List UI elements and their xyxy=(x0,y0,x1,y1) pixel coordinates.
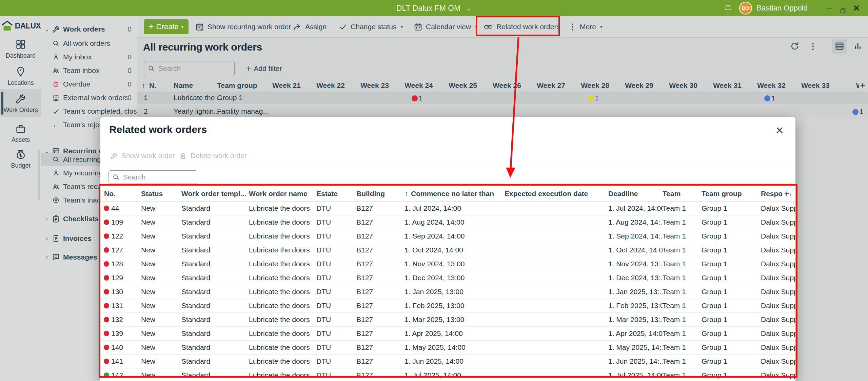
modal-table-row[interactable]: 44 New Standard Lubricate the doors DTU … xyxy=(100,202,795,215)
col-deadline[interactable]: Deadline xyxy=(608,190,663,198)
rail-item-assets[interactable]: Assets xyxy=(0,120,41,146)
sidebar-group-work-orders[interactable]: ⌄ Work orders 0 xyxy=(41,22,137,36)
avatar[interactable]: BO xyxy=(739,2,752,15)
dalux-logo[interactable]: DALUX xyxy=(0,20,41,32)
window-close-button[interactable]: ✕ xyxy=(850,0,863,16)
show-recurring-button[interactable]: Show recurring work order xyxy=(195,16,291,37)
list-view-toggle[interactable] xyxy=(832,39,847,54)
page-title: All recurring work orders xyxy=(143,41,262,53)
delete-work-order-button[interactable]: Delete work order xyxy=(179,149,247,163)
modal-table-row[interactable]: 132 New Standard Lubricate the doors DTU… xyxy=(100,313,795,327)
col-team-group[interactable]: Team group xyxy=(702,190,761,198)
kebab-menu-icon[interactable]: ⋮ xyxy=(806,39,821,54)
add-column-icon[interactable]: + xyxy=(783,189,790,199)
col-responsible[interactable]: Respons xyxy=(761,190,795,198)
col-estate[interactable]: Estate xyxy=(316,190,356,198)
col-commence[interactable]: ↑ Commence no later than xyxy=(405,190,505,198)
window-restore-button[interactable] xyxy=(836,3,850,14)
modal-table-row[interactable]: 127 New Standard Lubricate the doors DTU… xyxy=(100,243,795,257)
table-row[interactable]: 1 Lubricate the ... Group 1 111 xyxy=(137,92,868,104)
user-name[interactable]: Bastian Oppold xyxy=(757,4,808,13)
project-switcher[interactable]: DLT Dalux FM OM ⌄ xyxy=(396,0,472,16)
cell-building: B127 xyxy=(356,302,405,310)
sort-up-icon[interactable]: ↑ xyxy=(142,81,145,90)
cell-responsible: Dalux Suppor xyxy=(761,343,795,351)
modal-search-input[interactable] xyxy=(108,170,197,184)
col-expected[interactable]: Expected execution date xyxy=(505,190,608,198)
col-status[interactable]: Status xyxy=(141,190,181,198)
search-input[interactable] xyxy=(144,61,235,76)
people-icon xyxy=(52,67,60,74)
rail-item-work-orders[interactable]: Work Orders xyxy=(0,89,41,117)
cell-responsible: Dalux Suppor xyxy=(761,329,795,338)
cell-team-group: Group 1 xyxy=(702,218,761,226)
week-column-header[interactable]: Week 23 xyxy=(353,81,397,90)
window-minimize-button[interactable]: – xyxy=(823,0,836,16)
modal-table-row[interactable]: 142 New Standard Lubricate the doors DTU… xyxy=(100,368,795,381)
sidebar-item-all-work-orders[interactable]: All work orders xyxy=(41,37,137,50)
week-column-header[interactable]: Week 29 xyxy=(617,81,661,90)
week-column-header[interactable]: Week 32 xyxy=(749,81,793,90)
create-button[interactable]: + Create ▾ xyxy=(144,19,189,34)
cell-deadline: 1. Jan 2025, 13:... xyxy=(608,288,663,296)
show-work-order-button[interactable]: Show work order xyxy=(110,149,175,163)
col-template[interactable]: Work order templ... xyxy=(181,190,249,198)
week-column-header[interactable]: Week 28 xyxy=(573,81,617,90)
rail-item-dashboard[interactable]: Dashboard xyxy=(0,36,41,62)
chart-view-toggle[interactable] xyxy=(850,39,865,54)
col-no[interactable]: No. xyxy=(100,190,141,198)
col-building[interactable]: Building xyxy=(356,190,405,198)
cell-building: B127 xyxy=(356,204,405,212)
week-column-header[interactable]: Week 26 xyxy=(485,81,529,90)
week-column-header[interactable]: Week 30 xyxy=(661,81,705,90)
modal-table-row[interactable]: 122 New Standard Lubricate the doors DTU… xyxy=(100,229,795,243)
col-team-group[interactable]: Team group xyxy=(217,81,257,90)
button-label: Add filter xyxy=(254,64,282,73)
week-column-header[interactable]: Week 25 xyxy=(441,81,485,90)
modal-table-row[interactable]: 109 New Standard Lubricate the doors DTU… xyxy=(100,215,795,229)
cell-name: Lubricate the doors xyxy=(249,357,316,365)
cell-estate: DTU xyxy=(316,357,356,365)
modal-table-row[interactable]: 129 New Standard Lubricate the doors DTU… xyxy=(100,271,795,285)
week-column-header[interactable]: Week 22 xyxy=(309,81,353,90)
add-filter-button[interactable]: + Add filter xyxy=(246,61,282,76)
sidebar-item-teams-completed[interactable]: Team's completed, clos... xyxy=(41,104,137,118)
modal-table-row[interactable]: 141 New Standard Lubricate the doors DTU… xyxy=(100,355,795,368)
col-name[interactable]: Work order name xyxy=(249,190,316,198)
col-n[interactable]: N. xyxy=(149,81,156,90)
rail-item-locations[interactable]: Locations xyxy=(0,63,41,89)
modal-table-row[interactable]: 130 New Standard Lubricate the doors DTU… xyxy=(100,285,795,299)
col-team[interactable]: Team xyxy=(663,190,702,198)
week-column-header[interactable]: Week 31 xyxy=(705,81,749,90)
week-column-header[interactable]: Week 24 xyxy=(397,81,441,90)
notifications-bell-icon[interactable] xyxy=(724,4,732,13)
cell-commence: 1. Feb 2025, 13:00 xyxy=(405,302,505,310)
modal-table-row[interactable]: 128 New Standard Lubricate the doors DTU… xyxy=(100,257,795,271)
modal-table-row[interactable]: 139 New Standard Lubricate the doors DTU… xyxy=(100,327,795,341)
rail-scrollbar[interactable] xyxy=(38,149,40,200)
cell-responsible: Dalux Suppor xyxy=(761,316,795,324)
change-status-button[interactable]: Change status ▾ xyxy=(339,16,403,37)
modal-table-row[interactable]: 140 New Standard Lubricate the doors DTU… xyxy=(100,341,795,355)
week-column-header[interactable]: Week 27 xyxy=(529,81,573,90)
col-name[interactable]: Name xyxy=(174,81,193,90)
close-icon[interactable]: ✕ xyxy=(775,125,784,136)
related-work-orders-button[interactable]: Related work orders xyxy=(484,16,560,37)
item-label: Overdue xyxy=(63,80,91,88)
table-row[interactable]: 2 Yearly lightin... Facility manag... 1 xyxy=(137,105,868,117)
cell-commence: 1. Oct 2024, 14:00 xyxy=(405,246,505,254)
sidebar-item-my-inbox[interactable]: My inbox 0 xyxy=(41,50,137,64)
assign-button[interactable]: Assign xyxy=(293,16,327,37)
calendar-view-button[interactable]: Calendar view ▾ xyxy=(414,16,477,37)
week-column-header[interactable]: Week 21 xyxy=(264,81,309,90)
sidebar-item-external-work-orders[interactable]: External work orders 0 xyxy=(41,91,137,104)
add-column-icon[interactable]: + xyxy=(859,80,867,91)
rail-item-budget[interactable]: Budget xyxy=(0,146,41,172)
more-button[interactable]: ⋮ More ▾ xyxy=(568,16,603,37)
sidebar-item-team-inbox[interactable]: Team inbox 0 xyxy=(41,64,137,77)
sidebar-item-overdue[interactable]: Overdue 0 xyxy=(41,77,137,91)
cell-team: Team 1 xyxy=(663,288,702,296)
refresh-icon[interactable] xyxy=(787,39,802,54)
modal-table-row[interactable]: 131 New Standard Lubricate the doors DTU… xyxy=(100,299,795,313)
week-column-header[interactable]: Week 33 xyxy=(793,81,837,90)
